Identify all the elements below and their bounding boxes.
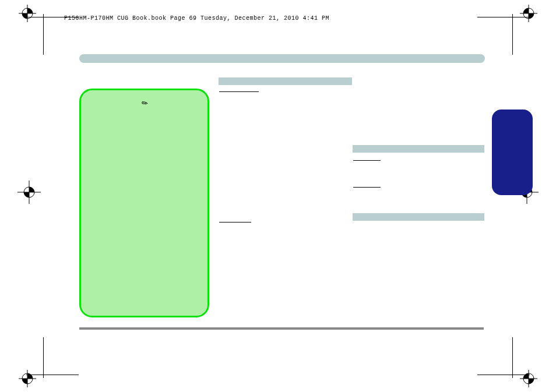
page: P150HM-P170HM CUG Book.book Page 69 Tues…: [0, 0, 556, 392]
note-callout-box: ✎: [79, 89, 209, 317]
frame-line: [43, 337, 44, 378]
page-source-header: P150HM-P170HM CUG Book.book Page 69 Tues…: [64, 15, 329, 22]
frame-line: [512, 14, 513, 55]
crop-mark-icon: [19, 352, 54, 387]
heading-placeholder: [353, 145, 484, 153]
crop-mark-icon: [502, 352, 537, 387]
frame-line: [26, 375, 79, 375]
text-underline: [353, 187, 381, 188]
frame-line: [512, 337, 513, 378]
frame-line: [477, 375, 530, 375]
section-banner: [79, 54, 485, 63]
frame-line: [43, 14, 44, 55]
heading-placeholder: [219, 77, 352, 85]
pencil-icon: ✎: [139, 97, 150, 110]
text-underline: [219, 222, 251, 223]
crop-mark-icon: [502, 5, 537, 40]
crop-mark-icon: [12, 175, 47, 210]
text-underline: [353, 160, 381, 161]
text-underline: [219, 91, 259, 92]
heading-placeholder: [353, 213, 484, 221]
chapter-tab: [492, 110, 533, 195]
footer-rule: [79, 327, 484, 330]
svg-point-12: [24, 187, 34, 197]
crop-mark-icon: [19, 5, 54, 40]
frame-line: [477, 17, 530, 17]
